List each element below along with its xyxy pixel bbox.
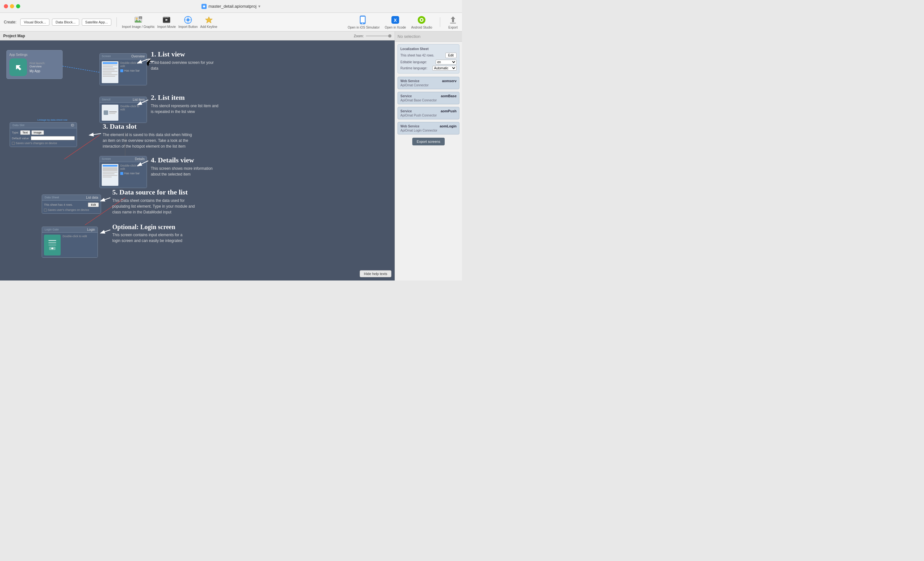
annotation-step5: 5. Data source for the list This Data sh… [112, 188, 202, 215]
stencil-card[interactable]: Stencil List item [99, 97, 147, 123]
zoom-slider[interactable] [366, 35, 392, 37]
step1-text: A list-based overview screen for your da… [151, 60, 221, 71]
import-movie-label: Import Movie [157, 25, 176, 28]
maximize-button[interactable] [16, 4, 20, 8]
open-ios-label: Open in iOS Simulator [348, 26, 380, 29]
annotation-step2: 2. List item This stencil represents one… [151, 93, 221, 115]
service-card[interactable]: Web Service aomserv ApiOmat Connector [398, 77, 459, 89]
export-tool[interactable]: Export [448, 15, 458, 29]
localization-section: Localization Sheet This sheet has 42 row… [398, 44, 459, 74]
app-settings-card[interactable]: App Settings ⌂ First launch: [6, 50, 63, 79]
saves-checkbox[interactable] [12, 142, 15, 145]
app-settings-title: App Settings [9, 53, 60, 57]
screen-details-action: Double-click to edit [120, 164, 145, 170]
svg-point-12 [186, 18, 190, 21]
zoom-control: Zoom: [354, 34, 392, 38]
data-slot-name: ID [71, 123, 74, 127]
project-map-title: Project Map [3, 34, 25, 38]
add-keyline-tool[interactable]: Add Keyline [200, 15, 217, 28]
service-desc: ApiOmat Login Connector [400, 129, 456, 132]
satellite-app-button[interactable]: Satellite App... [82, 19, 111, 26]
runtime-lang-select[interactable]: Automatic [432, 66, 456, 70]
login-gate-card[interactable]: Login Gate Login Doub [42, 226, 98, 258]
type-image-btn[interactable]: Image [32, 130, 44, 135]
visual-block-button[interactable]: Visual Block... [20, 19, 50, 26]
service-name: aomPush [441, 109, 456, 113]
export-icon [448, 15, 458, 25]
screen-details-card[interactable]: Screen Details Double-c [99, 156, 147, 188]
toolbar-right: Open in iOS Simulator X Open in Xcode An… [348, 15, 458, 29]
data-sheet-saves-label: Saves user's changes on device [48, 208, 89, 212]
main-layout: Project Map Zoom: App Settings [0, 32, 462, 280]
create-label: Create: [4, 20, 16, 24]
data-sheet-saves-checkbox[interactable] [44, 208, 47, 212]
service-card[interactable]: Service aomPush ApiOmat Push Connector [398, 107, 459, 119]
data-block-button[interactable]: Data Block... [52, 19, 79, 26]
export-screens-button[interactable]: Export screens [412, 138, 445, 146]
svg-marker-26 [451, 16, 455, 22]
import-image-label: Import Image / Graphic [122, 25, 154, 28]
editable-lang-select[interactable]: en [436, 60, 456, 64]
loc-edit-btn[interactable]: Edit [446, 52, 456, 58]
editable-lang-label: Editable language: [400, 60, 427, 64]
data-slot-card[interactable]: Data Slot ID Type: Text Image Default va… [10, 122, 77, 147]
service-type: Service [400, 110, 412, 113]
import-image-icon: G [134, 15, 143, 24]
close-button[interactable] [4, 4, 8, 8]
svg-text:X: X [394, 18, 397, 23]
service-card[interactable]: Service aomBase ApiOmat Base Connector [398, 92, 459, 104]
titlebar: master_detail.apiomatproj ▾ [0, 0, 462, 13]
window-controls[interactable] [4, 4, 20, 8]
toolbar: Create: Visual Block... Data Block... Sa… [0, 13, 462, 32]
open-xcode-icon: X [390, 15, 400, 25]
annotation-step1: 1. List view A list-based overview scree… [151, 50, 221, 71]
screen-overview-type: Screen [102, 54, 111, 58]
app-name: My App [30, 69, 45, 73]
svg-rect-27 [450, 23, 456, 23]
import-button-label: Import Button [178, 25, 198, 28]
svg-point-20 [362, 23, 363, 24]
data-sheet-rows: This sheet has 4 rows. [44, 203, 73, 206]
open-xcode-tool[interactable]: X Open in Xcode [385, 15, 406, 29]
import-button-icon [183, 15, 192, 24]
import-image-tool[interactable]: G Import Image / Graphic [122, 15, 154, 28]
service-type: Service [400, 94, 412, 98]
runtime-lang-label: Runtime language: [400, 66, 428, 70]
svg-point-25 [421, 19, 423, 21]
svg-rect-9 [167, 17, 168, 18]
default-value-input[interactable] [31, 136, 75, 140]
svg-rect-7 [163, 17, 165, 18]
open-ios-tool[interactable]: Open in iOS Simulator [348, 15, 380, 29]
add-keyline-icon [204, 15, 213, 24]
step5-text: This Data sheet contains the data used f… [112, 198, 202, 215]
screen-details-navbar: Has nav bar [124, 172, 140, 175]
screen-overview-card[interactable]: Screen Overview [99, 53, 147, 86]
project-map: Project Map Zoom: App Settings [0, 32, 394, 280]
svg-point-1 [136, 18, 138, 20]
app-launch-screen: Overview [30, 65, 45, 68]
svg-marker-17 [206, 17, 212, 23]
minimize-button[interactable] [10, 4, 14, 8]
import-movie-tool[interactable]: Import Movie [157, 15, 176, 28]
svg-rect-19 [361, 17, 365, 22]
screen-overview-name: Overview [131, 54, 145, 58]
default-value-label: Default value: [12, 137, 30, 140]
service-card[interactable]: Web Service aomLogin ApiOmat Login Conne… [398, 122, 459, 135]
step1-heading: 1. List view [151, 50, 221, 58]
type-text-btn[interactable]: Text [20, 130, 30, 135]
svg-text:G: G [140, 17, 141, 19]
service-desc: ApiOmat Base Connector [400, 99, 456, 102]
import-button-tool[interactable]: Import Button [178, 15, 198, 28]
android-studio-tool[interactable]: Android Studio [411, 15, 432, 29]
step2-text: This stencil represents one list item an… [151, 103, 221, 115]
service-desc: ApiOmat Connector [400, 84, 456, 87]
optional-text: This screen contains input elements for … [112, 232, 189, 244]
annotation-optional: Optional: Login screen This screen conta… [112, 224, 189, 244]
data-sheet-card[interactable]: Data Sheet List data This sheet has 4 ro… [42, 195, 101, 214]
app-icon [201, 4, 207, 9]
data-sheet-edit-btn[interactable]: Edit [88, 202, 99, 207]
svg-text:⌂: ⌂ [16, 65, 19, 70]
hide-help-button[interactable]: Hide help texts [360, 270, 392, 277]
canvas[interactable]: App Settings ⌂ First launch: [0, 40, 394, 280]
svg-line-29 [63, 66, 101, 72]
